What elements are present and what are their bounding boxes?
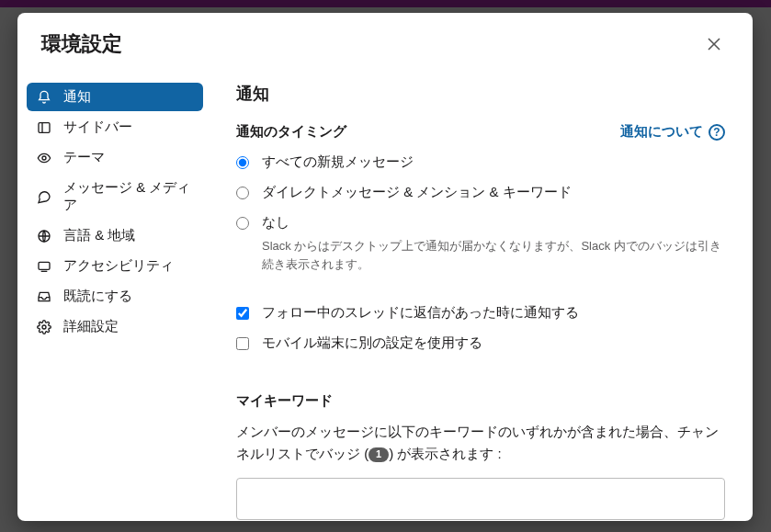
- sidebar-item-label: メッセージ & メディア: [63, 179, 194, 214]
- svg-rect-2: [39, 122, 50, 132]
- sidebar-item-theme[interactable]: テーマ: [27, 143, 203, 172]
- radio-none[interactable]: なし Slack からはデスクトップ上で通知が届かなくなりますが、Slack 内…: [236, 214, 725, 273]
- sidebar-item-label: 言語 & 地域: [63, 227, 135, 244]
- bell-icon: [36, 89, 52, 106]
- sidebar-item-mark-read[interactable]: 既読にする: [27, 282, 203, 311]
- sidebar-item-messages-media[interactable]: メッセージ & メディア: [27, 174, 203, 220]
- radio-none-subtext: Slack からはデスクトップ上で通知が届かなくなりますが、Slack 内でのバ…: [262, 237, 725, 273]
- eye-icon: [36, 150, 52, 166]
- svg-point-8: [42, 325, 46, 329]
- checkbox-thread-replies-input[interactable]: [236, 307, 249, 320]
- sidebar-item-sidebar[interactable]: サイドバー: [27, 113, 203, 141]
- svg-rect-6: [39, 262, 50, 269]
- keywords-description: メンバーのメッセージに以下のキーワードのいずれかが含まれた場合、チャンネルリスト…: [236, 421, 725, 465]
- globe-icon: [36, 228, 52, 244]
- radio-label: なし: [262, 214, 289, 230]
- timing-subhead: 通知のタイミング: [236, 123, 346, 141]
- radio-none-input[interactable]: [236, 217, 249, 230]
- sidebar-item-label: テーマ: [63, 149, 105, 166]
- help-icon: ?: [709, 124, 725, 141]
- checkbox-mobile-separate-input[interactable]: [236, 337, 249, 350]
- checkbox-mobile-separate[interactable]: モバイル端末に別の設定を使用する: [236, 334, 725, 352]
- sidebar-item-accessibility[interactable]: アクセシビリティ: [27, 252, 203, 280]
- sidebar-item-label: サイドバー: [63, 119, 132, 136]
- checkbox-label: フォロー中のスレッドに返信があった時に通知する: [262, 304, 579, 322]
- sidebar-item-notifications[interactable]: 通知: [27, 83, 203, 111]
- checkbox-thread-replies[interactable]: フォロー中のスレッドに返信があった時に通知する: [236, 304, 725, 322]
- close-button[interactable]: [699, 29, 729, 59]
- preferences-sidebar: 通知 サイドバー テーマ メッセージ & メディア: [17, 75, 212, 521]
- message-icon: [36, 188, 52, 205]
- badge-icon: 1: [368, 447, 389, 462]
- inbox-icon: [36, 289, 52, 305]
- help-link-label: 通知について: [620, 123, 703, 141]
- sidebar-item-label: 通知: [63, 88, 91, 106]
- radio-dm-mentions[interactable]: ダイレクトメッセージ & メンション & キーワード: [236, 184, 725, 201]
- radio-all-messages-input[interactable]: [236, 156, 249, 169]
- about-notifications-link[interactable]: 通知について ?: [620, 123, 725, 141]
- keywords-subhead: マイキーワード: [236, 392, 725, 410]
- checkbox-label: モバイル端末に別の設定を使用する: [262, 334, 482, 352]
- keywords-desc-part2: ) が表示されます :: [389, 446, 502, 461]
- radio-dm-mentions-input[interactable]: [236, 187, 249, 199]
- content-heading: 通知: [236, 83, 725, 105]
- close-icon: [707, 37, 721, 51]
- sidebar-item-language-region[interactable]: 言語 & 地域: [27, 221, 203, 250]
- svg-point-4: [42, 156, 46, 160]
- sidebar-item-advanced[interactable]: 詳細設定: [27, 312, 203, 341]
- sidebar-item-label: 既読にする: [63, 288, 132, 305]
- panel-icon: [36, 119, 52, 136]
- preferences-content: 通知 通知のタイミング 通知について ? すべての新規メッセージ ダイレクトメッ…: [212, 75, 753, 521]
- modal-title: 環境設定: [41, 30, 122, 58]
- sidebar-item-label: 詳細設定: [63, 318, 119, 335]
- preferences-modal: 環境設定 通知 サイドバー テーマ: [17, 13, 753, 521]
- radio-label: すべての新規メッセージ: [262, 153, 414, 171]
- sidebar-item-label: アクセシビリティ: [63, 257, 174, 275]
- radio-all-messages[interactable]: すべての新規メッセージ: [236, 153, 725, 171]
- radio-label: ダイレクトメッセージ & メンション & キーワード: [262, 184, 572, 201]
- gear-icon: [36, 319, 52, 335]
- keywords-input[interactable]: [236, 478, 725, 520]
- modal-header: 環境設定: [17, 13, 753, 75]
- accessibility-icon: [36, 258, 52, 275]
